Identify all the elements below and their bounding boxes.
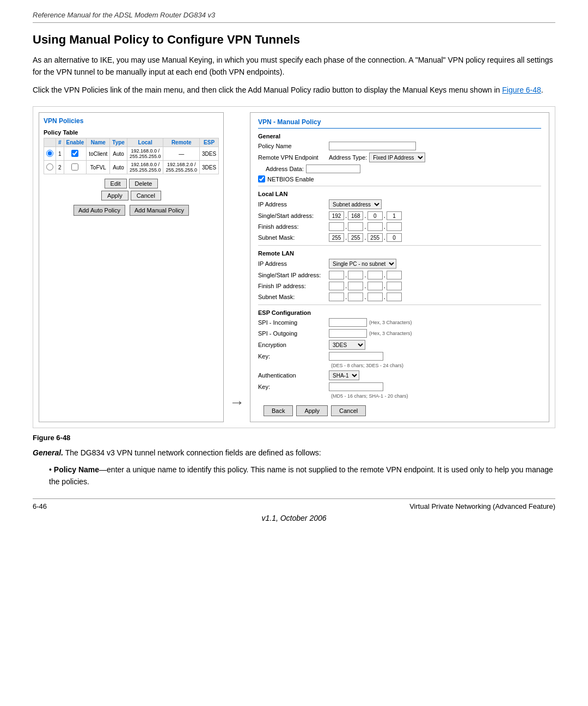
enc-key-hint: (DES - 8 chars; 3DES - 24 chars) (331, 363, 403, 368)
divider-1 (258, 186, 541, 186)
cancel-button[interactable]: Cancel (331, 405, 366, 416)
remote-mask-octet2[interactable] (348, 293, 363, 301)
bullet-emdash: — (99, 465, 107, 474)
col-name: Name (87, 138, 110, 147)
local-finish-octet1[interactable] (329, 222, 344, 231)
row2-enable[interactable] (71, 163, 78, 171)
figure-link[interactable]: Figure 6-48 (502, 86, 541, 94)
local-finish-octet4[interactable] (387, 222, 402, 231)
remote-single-start-row: Single/Start IP address: . . . (258, 271, 541, 279)
body-paragraph-1: As an alternative to IKE, you may use Ma… (33, 54, 555, 78)
local-mask-octet2[interactable] (348, 233, 363, 242)
spi-incoming-row: SPI - Incoming (Hex, 3 Characters) (258, 318, 541, 327)
local-ip-address-row: IP Address Subnet address Single address (258, 199, 541, 209)
auth-label: Authentication (258, 372, 329, 379)
row1-enable[interactable] (71, 150, 78, 157)
local-ip-octet3[interactable] (367, 211, 383, 220)
edit-button[interactable]: Edit (105, 179, 127, 188)
bottom-btn-row: Back Apply Cancel (258, 405, 541, 416)
dot2: . (364, 212, 366, 220)
remote-mask-octet3[interactable] (367, 293, 383, 301)
back-button[interactable]: Back (264, 405, 293, 416)
remote-mask-octet4[interactable] (387, 293, 402, 301)
policy-name-input[interactable] (329, 142, 416, 150)
remote-ip-address-row: IP Address Single PC - no subnet Subnet … (258, 259, 541, 269)
local-ip-octet4[interactable] (387, 211, 402, 220)
arrow-icon: → (229, 394, 244, 411)
remote-ip-octet4[interactable] (387, 271, 402, 279)
spi-incoming-hint: (Hex, 3 Characters) (369, 320, 412, 325)
address-data-input[interactable] (306, 165, 360, 173)
policy-table-label: Policy Table (44, 129, 219, 136)
local-finish-octet2[interactable] (348, 222, 363, 231)
encryption-select[interactable]: 3DES DES AES-128 (329, 340, 365, 350)
arrow-container: → (229, 112, 244, 422)
row1-radio[interactable] (46, 150, 53, 157)
local-single-start-ip: . . . (329, 211, 402, 220)
remote-mask-octet1[interactable] (329, 293, 344, 301)
enc-key-input[interactable] (329, 352, 383, 361)
row2-remote: 192.168.2.0 /255.255.255.0 (163, 161, 200, 174)
footer-center: v1.1, October 2006 (33, 514, 555, 522)
footer-version: v1.1, October 2006 (261, 514, 326, 522)
remote-finish-octet4[interactable] (387, 282, 402, 290)
auth-key-label: Key: (258, 384, 329, 390)
remote-lan-label: Remote LAN (258, 250, 541, 257)
general-bold: General. (33, 448, 63, 457)
address-type-select[interactable]: Fixed IP Address FQDN (369, 153, 425, 162)
spi-outgoing-hint: (Hex, 3 Characters) (369, 331, 412, 336)
apply-button[interactable]: Apply (296, 405, 328, 416)
figure-container: VPN Policies Policy Table # Enable Name … (33, 106, 555, 428)
add-auto-policy-button[interactable]: Add Auto Policy (74, 205, 125, 216)
page-title: Using Manual Policy to Configure VPN Tun… (33, 33, 555, 47)
col-type: Type (110, 138, 127, 147)
auth-key-hint-row: (MD5 - 16 chars; SHA-1 - 20 chars) (258, 393, 541, 399)
spi-incoming-input[interactable] (329, 318, 367, 327)
local-mask-octet1[interactable] (329, 233, 344, 242)
delete-button[interactable]: Delete (129, 179, 158, 188)
auth-key-input[interactable] (329, 382, 383, 391)
encryption-row: Encryption 3DES DES AES-128 (258, 340, 541, 350)
add-policy-row: Add Auto Policy Add Manual Policy (44, 205, 219, 216)
row2-radio[interactable] (46, 163, 53, 171)
spi-outgoing-input[interactable] (329, 329, 367, 338)
remote-subnet-mask-ip: . . . (329, 293, 402, 301)
local-ip-select[interactable]: Subnet address Single address (329, 199, 382, 209)
remote-finish-ip: . . . (329, 282, 402, 290)
edit-delete-row: Edit Delete (44, 179, 219, 188)
col-remote: Remote (163, 138, 200, 147)
remote-finish-octet1[interactable] (329, 282, 344, 290)
remote-ip-octet3[interactable] (367, 271, 383, 279)
row1-num: 1 (56, 147, 64, 161)
auth-key-row: Key: (258, 382, 541, 391)
local-ip-label: IP Address (258, 201, 329, 208)
local-mask-octet4[interactable] (387, 233, 402, 242)
row1-remote: — (163, 147, 200, 161)
divider-2 (258, 245, 541, 246)
remote-finish-octet2[interactable] (348, 282, 363, 290)
policies-apply-button[interactable]: Apply (101, 191, 128, 200)
remote-ip-octet1[interactable] (329, 271, 344, 279)
local-single-start-label: Single/Start address: (258, 212, 329, 219)
policies-cancel-button[interactable]: Cancel (131, 191, 161, 200)
col-select (44, 138, 56, 147)
local-subnet-mask-ip: . . . (329, 233, 402, 242)
local-ip-octet2[interactable] (348, 211, 363, 220)
auth-key-hint: (MD5 - 16 chars; SHA-1 - 20 chars) (331, 393, 408, 399)
table-row: 2 ToFVL Auto 192.168.0.0 /255.255.255.0 … (44, 161, 219, 174)
auth-row: Authentication SHA-1 MD5 (258, 370, 541, 380)
local-mask-octet3[interactable] (367, 233, 383, 242)
table-row: 1 toClient Auto 192.168.0.0 /255.255.255… (44, 147, 219, 161)
add-manual-policy-button[interactable]: Add Manual Policy (130, 205, 189, 216)
remote-ip-octet2[interactable] (348, 271, 363, 279)
remote-ip-select[interactable]: Single PC - no subnet Subnet address (329, 259, 396, 269)
local-ip-octet1[interactable] (329, 211, 344, 220)
row2-num: 2 (56, 161, 64, 174)
remote-finish-octet3[interactable] (367, 282, 383, 290)
row2-type: Auto (110, 161, 127, 174)
netbios-checkbox[interactable] (258, 175, 265, 182)
local-finish-label: Finish address: (258, 223, 329, 230)
auth-select[interactable]: SHA-1 MD5 (329, 370, 359, 380)
col-esp: ESP (200, 138, 219, 147)
local-finish-octet3[interactable] (367, 222, 383, 231)
